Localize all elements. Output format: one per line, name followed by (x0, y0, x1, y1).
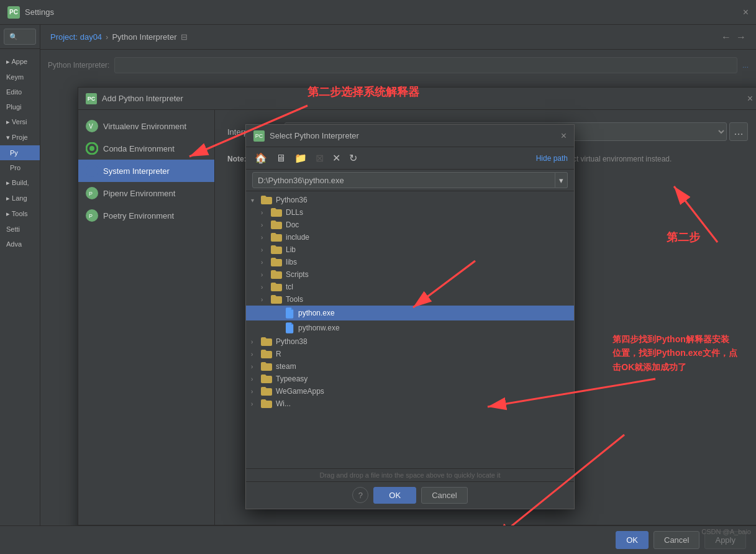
sidebar-item-python-interpreter[interactable]: Py (0, 145, 40, 160)
add-interpreter-title-bar: PC Add Python Interpreter × (78, 88, 756, 110)
path-dropdown-button[interactable]: ▾ (555, 172, 568, 188)
search-input[interactable] (4, 29, 36, 45)
settings-cancel-button[interactable]: Cancel (654, 531, 699, 549)
tree-item-python36[interactable]: ▾ Python36 (246, 194, 574, 206)
tree-item-steam[interactable]: › steam (246, 360, 574, 373)
sidebar-item-editor[interactable]: Edito (0, 84, 40, 99)
virtualenv-label: Virtualenv Environment (103, 122, 186, 131)
tree-label-typeeasy: Typeeasy (276, 375, 307, 383)
tree-item-python38[interactable]: › Python38 (246, 335, 574, 348)
settings-ok-button[interactable]: OK (616, 531, 649, 549)
sidebar-item-project[interactable]: ▾ Proje (0, 130, 40, 145)
sidebar-item-build[interactable]: ▸ Build, (0, 175, 40, 191)
svg-point-3 (89, 146, 94, 151)
tree-label-tcl: tcl (286, 283, 293, 291)
file-dialog-help-button[interactable]: ? (352, 487, 368, 503)
svg-text:P: P (89, 191, 93, 197)
sidebar-item-version[interactable]: ▸ Versi (0, 114, 40, 130)
nav-forward-button[interactable]: → (736, 32, 746, 43)
tree-label-scripts: Scripts (286, 270, 309, 279)
svg-text:V: V (89, 123, 93, 130)
tree-item-scripts[interactable]: › Scripts (246, 268, 574, 281)
toolbar-desktop-button[interactable]: 🖥 (273, 152, 288, 165)
poetry-icon: P (86, 209, 98, 222)
svg-text:P: P (89, 213, 93, 219)
svg-rect-4 (87, 166, 97, 173)
tree-item-wegameapps[interactable]: › WeGameApps (246, 385, 574, 397)
poetry-label: Poetry Environment (103, 211, 174, 220)
tree-item-lib[interactable]: › Lib (246, 243, 574, 256)
tree-item-typeeasy[interactable]: › Typeeasy (246, 373, 574, 385)
settings-footer: OK Cancel Apply (0, 525, 756, 554)
tree-label-tools-folder: Tools (286, 295, 303, 304)
tree-item-pythonw-exe[interactable]: pythonw.exe (246, 320, 574, 335)
toolbar-folder-button[interactable]: 📁 (292, 151, 309, 165)
tree-item-tools-folder[interactable]: › Tools (246, 293, 574, 306)
file-dialog-cancel-button[interactable]: Cancel (421, 487, 467, 504)
add-interpreter-icon: PC (86, 93, 97, 104)
tree-item-python-exe[interactable]: python.exe (246, 306, 574, 320)
tree-item-dlls[interactable]: › DLLs (246, 206, 574, 219)
sidebar: ▸ Appe Keym Edito Plugi ▸ Versi ▾ Proje … (0, 49, 40, 525)
poetry-type[interactable]: P Poetry Environment (78, 204, 214, 227)
tree-label-libs: libs (286, 258, 297, 266)
tree-item-include[interactable]: › include (246, 231, 574, 243)
breadcrumb-nav: ← → (721, 32, 746, 43)
tree-label-lib: Lib (286, 245, 296, 254)
virtualenv-icon: V (86, 120, 98, 132)
pipenv-type[interactable]: P Pipenv Environment (78, 182, 214, 204)
file-dialog-title-bar: PC Select Python Interpreter × (246, 125, 574, 147)
window-close-button[interactable]: × (743, 7, 749, 18)
conda-icon (86, 142, 98, 155)
tree-item-libs[interactable]: › libs (246, 256, 574, 268)
breadcrumb-project[interactable]: Project: day04 (50, 32, 102, 42)
sidebar-item-keymap[interactable]: Keym (0, 70, 40, 84)
breadcrumb-icon: ⊟ (181, 32, 188, 42)
file-dialog-title-text: Select Python Interpreter (270, 131, 359, 140)
sidebar-item-project-structure[interactable]: Pro (0, 160, 40, 175)
file-dialog-ok-button[interactable]: OK (373, 487, 416, 504)
tree-label-pythonw-exe: pythonw.exe (298, 324, 340, 332)
file-tree[interactable]: ▾ Python36 › DLLs › Doc (246, 191, 574, 468)
svg-rect-6 (88, 175, 96, 176)
tree-item-doc[interactable]: › Doc (246, 219, 574, 231)
toolbar-home-button[interactable]: 🏠 (252, 151, 270, 165)
browse-button[interactable]: … (729, 122, 748, 141)
sidebar-item-languages[interactable]: ▸ Lang (0, 191, 40, 206)
breadcrumb: Project: day04 › Python Interpreter ⊟ ← … (40, 25, 756, 50)
virtualenv-type[interactable]: V Virtualenv Environment (78, 115, 214, 137)
sidebar-item-appearance[interactable]: ▸ Appe (0, 54, 40, 70)
tree-item-wi[interactable]: › Wi... (246, 397, 574, 410)
conda-type[interactable]: Conda Environment (78, 137, 214, 160)
file-dialog: PC Select Python Interpreter × 🏠 🖥 📁 ⊠ ✕… (245, 124, 575, 509)
tree-label-wi: Wi... (276, 399, 291, 408)
hide-path-button[interactable]: Hide path (536, 154, 568, 163)
note-bold: Note: (227, 155, 247, 163)
tree-item-tcl[interactable]: › tcl (246, 281, 574, 293)
file-dialog-toolbar: 🏠 🖥 📁 ⊠ ✕ ↻ Hide path (246, 147, 574, 170)
file-dialog-icon: PC (253, 130, 265, 142)
toolbar-clear-button[interactable]: ✕ (330, 151, 343, 165)
tree-label-dlls: DLLs (286, 208, 303, 217)
file-dialog-close[interactable]: × (561, 130, 567, 142)
file-dialog-footer: ? OK Cancel (246, 481, 574, 509)
tree-item-r[interactable]: › R (246, 348, 574, 360)
path-bar: ▾ (246, 170, 574, 191)
nav-back-button[interactable]: ← (721, 32, 731, 43)
system-interpreter-type[interactable]: System Interpreter (78, 160, 214, 182)
sidebar-item-settings[interactable]: Setti (0, 222, 40, 237)
tree-label-r: R (276, 350, 281, 358)
sidebar-item-advanced[interactable]: Adva (0, 237, 40, 252)
tree-label-include: include (286, 233, 309, 242)
toolbar-refresh-button[interactable]: ↻ (347, 151, 360, 165)
drag-hint: Drag and drop a file into the space abov… (246, 468, 574, 481)
content-area: Python Interpreter: ... PC Add Python In… (40, 50, 756, 525)
sidebar-item-plugins[interactable]: Plugi (0, 99, 40, 114)
pipenv-label: Pipenv Environment (103, 189, 175, 198)
tree-label-steam: steam (276, 362, 296, 371)
system-interpreter-label: System Interpreter (103, 166, 170, 176)
tree-label-python-exe: python.exe (298, 309, 335, 317)
sidebar-item-tools[interactable]: ▸ Tools (0, 206, 40, 222)
add-interpreter-close[interactable]: × (747, 93, 753, 104)
path-input[interactable] (252, 172, 555, 188)
